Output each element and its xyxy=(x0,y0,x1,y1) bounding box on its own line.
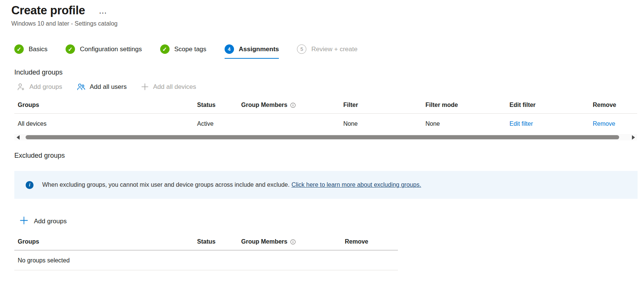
cell-groups: All devices xyxy=(14,114,194,133)
cell-filter-mode: None xyxy=(422,114,506,133)
excluded-groups-table: Groups Status Group Members Remove No gr… xyxy=(14,235,398,270)
plus-icon xyxy=(20,216,28,226)
learn-more-link[interactable]: Click here to learn more about excluding… xyxy=(291,181,421,188)
step-label: Assignments xyxy=(239,46,279,53)
more-options-icon[interactable]: … xyxy=(99,8,108,13)
add-all-devices-button[interactable]: Add all devices xyxy=(141,83,196,91)
step-complete-check-icon: ✓ xyxy=(66,44,75,54)
add-all-devices-label: Add all devices xyxy=(153,83,196,91)
add-groups-label: Add groups xyxy=(29,83,62,91)
page-title: Create profile xyxy=(11,4,85,17)
column-header-group-members: Group Members xyxy=(238,235,341,250)
add-groups-button[interactable]: Add groups xyxy=(17,82,62,91)
included-groups-table: Groups Status Group Members Filter Filte… xyxy=(14,99,637,133)
column-header-status: Status xyxy=(194,235,238,250)
column-header-remove: Remove xyxy=(589,99,637,114)
column-header-remove: Remove xyxy=(341,235,398,250)
create-profile-page: Create profile … Windows 10 and later - … xyxy=(0,0,644,282)
cell-group-members xyxy=(238,114,340,133)
remove-link[interactable]: Remove xyxy=(589,114,637,133)
step-review-create[interactable]: 5 Review + create xyxy=(297,44,357,59)
info-banner-message: When excluding groups, you cannot mix us… xyxy=(42,181,421,188)
step-label: Scope tags xyxy=(174,46,207,53)
column-header-status: Status xyxy=(194,99,238,114)
add-groups-label: Add groups xyxy=(34,218,67,225)
column-header-edit-filter: Edit filter xyxy=(506,99,589,114)
step-number-badge: 4 xyxy=(225,44,234,54)
scrollbar-thumb[interactable] xyxy=(26,135,619,139)
empty-table-message: No groups selected xyxy=(14,250,398,270)
page-header: Create profile … Windows 10 and later - … xyxy=(0,0,644,27)
step-complete-check-icon: ✓ xyxy=(160,44,170,54)
edit-filter-link[interactable]: Edit filter xyxy=(506,114,589,133)
info-tooltip-icon[interactable] xyxy=(290,102,296,108)
column-header-filter-mode: Filter mode xyxy=(422,99,506,114)
info-tooltip-icon[interactable] xyxy=(290,239,296,245)
step-label: Review + create xyxy=(311,46,357,53)
column-header-group-members: Group Members xyxy=(238,99,340,114)
info-icon: i xyxy=(26,181,34,189)
step-assignments[interactable]: 4 Assignments xyxy=(225,44,279,59)
step-label: Basics xyxy=(29,46,47,53)
included-groups-title: Included groups xyxy=(14,69,644,76)
plus-icon xyxy=(141,83,149,91)
step-basics[interactable]: ✓ Basics xyxy=(14,44,47,59)
page-subtitle: Windows 10 and later - Settings catalog xyxy=(11,20,644,27)
included-groups-toolbar: Add groups Add all users Add all devices xyxy=(17,82,644,91)
person-add-icon xyxy=(17,82,25,91)
info-banner: i When excluding groups, you cannot mix … xyxy=(14,171,638,199)
add-all-users-label: Add all users xyxy=(90,83,127,91)
excluded-groups-title: Excluded groups xyxy=(14,152,644,160)
people-icon xyxy=(76,82,86,91)
scroll-left-arrow-icon[interactable] xyxy=(17,135,20,140)
column-header-groups: Groups xyxy=(14,235,194,250)
column-header-groups: Groups xyxy=(14,99,194,114)
step-scope-tags[interactable]: ✓ Scope tags xyxy=(160,44,207,59)
wizard-steps: ✓ Basics ✓ Configuration settings ✓ Scop… xyxy=(14,44,644,59)
step-complete-check-icon: ✓ xyxy=(14,44,24,54)
cell-status: Active xyxy=(194,114,238,133)
horizontal-scrollbar[interactable] xyxy=(14,134,637,140)
cell-filter: None xyxy=(340,114,422,133)
scroll-right-arrow-icon[interactable] xyxy=(632,135,635,140)
add-all-users-button[interactable]: Add all users xyxy=(76,82,127,91)
step-configuration-settings[interactable]: ✓ Configuration settings xyxy=(66,44,142,59)
step-label: Configuration settings xyxy=(80,46,142,53)
excluded-add-groups-button[interactable]: Add groups xyxy=(20,216,644,226)
scrollbar-track[interactable] xyxy=(21,135,630,140)
column-header-filter: Filter xyxy=(340,99,422,114)
step-number-badge: 5 xyxy=(297,44,306,54)
